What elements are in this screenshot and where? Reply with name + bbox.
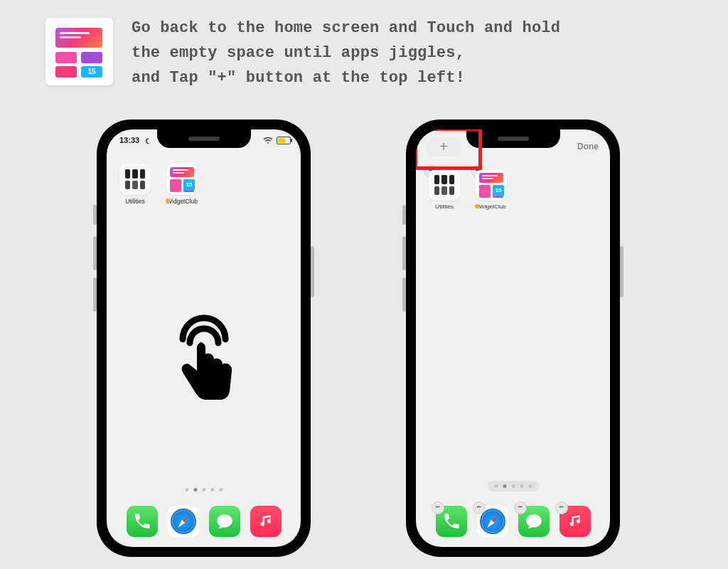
app-widgetclub[interactable]: 15 WidgetClub xyxy=(166,164,198,205)
phone-screen[interactable]: 13:33 ☾ Utilities xyxy=(107,129,301,547)
dnd-moon-icon: ☾ xyxy=(145,135,151,148)
phone-mockup-normal: 13:33 ☾ Utilities xyxy=(97,119,311,557)
instruction-line-2: the empty space until apps jiggles, xyxy=(132,41,560,65)
app-widgetclub[interactable]: – 15 WidgetClub xyxy=(476,169,507,211)
page-indicator[interactable] xyxy=(487,481,539,491)
instruction-line-1: Go back to the home screen and Touch and… xyxy=(132,16,560,41)
app-label: Utilities xyxy=(429,203,460,211)
instruction-line-3: and Tap "+" button at the top left! xyxy=(132,65,560,90)
app-label: Utilities xyxy=(119,198,151,205)
widget-preview-grid: 15 xyxy=(55,52,102,79)
dock-messages-icon[interactable]: – xyxy=(518,506,550,537)
phone-screen[interactable]: + Done – Utilities – 15 Widget xyxy=(416,129,610,547)
touch-hold-gesture-icon xyxy=(161,311,247,410)
dock-music-icon[interactable]: – xyxy=(560,506,591,537)
done-button[interactable]: Done xyxy=(577,139,599,154)
app-label: WidgetClub xyxy=(166,198,198,205)
pending-dot-icon xyxy=(166,198,170,203)
home-apps-row: – Utilities – 15 WidgetClub xyxy=(429,169,507,211)
dock-phone-icon[interactable]: – xyxy=(436,506,467,537)
widgetclub-app-tile: 15 xyxy=(46,18,113,85)
dock-safari-icon[interactable]: – xyxy=(477,506,508,537)
status-time: 13:33 xyxy=(119,134,139,147)
dock xyxy=(127,506,282,537)
battery-icon xyxy=(277,137,291,144)
app-widgetclub-badge: 15 xyxy=(183,179,195,191)
dock-safari-icon[interactable] xyxy=(168,506,199,537)
widget-preview-banner xyxy=(55,28,102,48)
dock-music-icon[interactable] xyxy=(250,506,282,537)
app-label: WidgetClub xyxy=(476,203,507,211)
dock-messages-icon[interactable] xyxy=(209,506,240,537)
pending-dot-icon xyxy=(475,204,479,208)
phone-mockup-jiggle: + Done – Utilities – 15 Widget xyxy=(406,119,620,557)
widget-preview-date: 15 xyxy=(81,66,102,78)
app-utilities[interactable]: Utilities xyxy=(119,164,151,205)
dock: – – – – xyxy=(436,506,591,537)
remove-app-icon[interactable]: – xyxy=(432,501,444,514)
instruction-text: Go back to the home screen and Touch and… xyxy=(132,16,560,91)
home-apps-row: Utilities 15 WidgetClub xyxy=(119,164,198,205)
app-utilities[interactable]: – Utilities xyxy=(429,169,460,211)
remove-app-icon[interactable]: – xyxy=(555,501,568,514)
dock-phone-icon[interactable] xyxy=(127,506,158,537)
remove-app-icon[interactable]: – xyxy=(514,501,527,514)
wifi-icon xyxy=(264,135,272,148)
app-widgetclub-badge: 15 xyxy=(493,185,504,196)
page-indicator[interactable] xyxy=(185,488,223,491)
highlight-add-button xyxy=(416,129,482,170)
